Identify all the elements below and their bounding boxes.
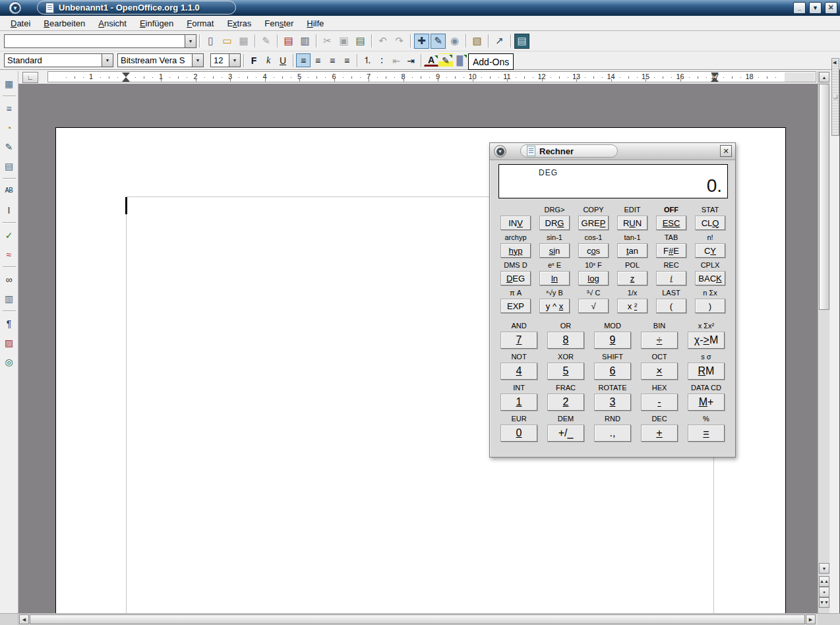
align-center-button[interactable]: ≡: [311, 53, 325, 67]
draw-functions-icon[interactable]: ✎: [1, 139, 16, 154]
calculator-titlebar[interactable]: ▼ Rechner ✕: [490, 143, 735, 160]
add-ons-icon[interactable]: ▤: [514, 34, 529, 49]
cut-icon[interactable]: ✂: [320, 34, 335, 49]
print-icon[interactable]: ▥: [297, 34, 313, 49]
calc-key-m[interactable]: χ->M: [688, 332, 725, 349]
calc-key-z[interactable]: z: [617, 271, 647, 285]
paragraph-background-button[interactable]: ▉: [453, 53, 467, 67]
calc-key-f-e[interactable]: F#E: [656, 243, 686, 258]
align-justified-button[interactable]: ≡: [340, 53, 354, 67]
calc-key-sin[interactable]: sin: [539, 243, 570, 258]
menu-ansicht[interactable]: Ansicht: [92, 17, 133, 30]
maximize-button[interactable]: ▼: [809, 2, 822, 14]
edit-file-icon[interactable]: ✎: [258, 34, 274, 49]
calc-key-rm[interactable]: RM: [688, 363, 725, 380]
calc-key-key[interactable]: +/_: [547, 425, 584, 442]
open-icon[interactable]: ▭: [220, 34, 235, 49]
scroll-up-icon[interactable]: ▲: [819, 72, 829, 82]
calc-key-7[interactable]: 7: [500, 332, 537, 349]
new-document-icon[interactable]: ▯: [203, 34, 218, 49]
calc-key-i[interactable]: i: [656, 271, 686, 285]
scroll-down-icon[interactable]: ▼: [819, 563, 829, 574]
form-functions-icon[interactable]: ▤: [1, 158, 16, 173]
gallery-icon[interactable]: ▧: [469, 34, 485, 49]
font-size-combo[interactable]: 12 ▼: [210, 53, 241, 67]
align-left-button[interactable]: ≡: [296, 53, 311, 67]
direct-cursor-icon[interactable]: I: [1, 202, 16, 218]
calc-key-inv[interactable]: INV: [500, 216, 531, 230]
scroll-right-icon[interactable]: ▶: [806, 614, 816, 624]
navigator-icon[interactable]: ✚: [414, 34, 429, 49]
calc-key-exp[interactable]: EXP: [500, 299, 531, 313]
combo-dropdown-icon[interactable]: ▼: [229, 54, 240, 67]
vertical-scrollbar[interactable]: ▲ ▼ ▲▲ ● ▼▼: [818, 71, 829, 613]
calc-key-key[interactable]: √: [578, 299, 609, 313]
calc-key-m[interactable]: M+: [688, 394, 725, 411]
paste-icon[interactable]: ▤: [353, 34, 368, 49]
combo-dropdown-icon[interactable]: ▼: [102, 54, 113, 67]
dialog-close-button[interactable]: ✕: [720, 145, 732, 157]
save-icon[interactable]: ▦: [236, 34, 251, 49]
calc-key-log[interactable]: log: [578, 271, 609, 285]
menu-extras[interactable]: Extras: [220, 17, 258, 30]
calc-key-key[interactable]: -: [641, 394, 678, 411]
menu-hilfe[interactable]: Hilfe: [300, 17, 330, 30]
underline-button[interactable]: U: [276, 53, 290, 67]
scroll-left-icon[interactable]: ◀: [19, 614, 29, 624]
horizontal-scroll-thumb[interactable]: [30, 614, 805, 624]
menu-bearbeiten[interactable]: Bearbeiten: [37, 17, 92, 30]
decrease-indent-button[interactable]: ⇤: [389, 53, 404, 67]
nonprinting-characters-icon[interactable]: ¶: [1, 316, 16, 331]
collapse-left-icon[interactable]: ◀: [833, 60, 836, 65]
grip-knob[interactable]: [833, 94, 838, 100]
insert-table-icon[interactable]: ▦: [1, 76, 16, 91]
hyperlink-icon[interactable]: ◉: [447, 34, 462, 49]
menu-datei[interactable]: Datei: [4, 17, 37, 30]
navigation-button[interactable]: ●: [819, 587, 829, 597]
document-close-icon[interactable]: ✕: [825, 2, 836, 13]
tab-type-selector[interactable]: ∟: [22, 72, 38, 83]
calc-key-9[interactable]: 9: [594, 332, 631, 349]
calc-key-clq[interactable]: CLQ: [695, 216, 725, 230]
data-sources-icon[interactable]: ▥: [1, 291, 16, 306]
find-replace-icon[interactable]: ∞: [1, 272, 16, 287]
menu-fenster[interactable]: Fenster: [258, 17, 300, 30]
copy-icon[interactable]: ▣: [336, 34, 351, 49]
export-pdf-icon[interactable]: ▤: [281, 34, 296, 49]
calc-key-hyp[interactable]: hyp: [500, 243, 531, 258]
numbered-list-button[interactable]: ⒈: [360, 53, 375, 67]
calc-key-key[interactable]: +: [641, 425, 678, 442]
autospellcheck-icon[interactable]: ≈: [1, 247, 16, 262]
calc-key-ln[interactable]: ln: [539, 271, 570, 285]
calc-key-key[interactable]: (: [656, 299, 686, 313]
calc-key-run[interactable]: RUN: [617, 216, 647, 230]
calc-key-0[interactable]: 0: [500, 425, 537, 442]
calc-key-tan[interactable]: tan: [617, 243, 647, 258]
calc-key-drg[interactable]: DRG: [539, 216, 570, 230]
calc-key-cos[interactable]: cos: [578, 243, 609, 258]
font-color-button[interactable]: A: [424, 54, 438, 67]
redo-icon[interactable]: ↷: [392, 34, 407, 49]
combo-dropdown-icon[interactable]: ▼: [185, 35, 196, 47]
calc-key-key[interactable]: ): [695, 299, 725, 313]
align-right-button[interactable]: ≡: [325, 53, 340, 67]
italic-button[interactable]: k: [261, 53, 276, 67]
calc-key-8[interactable]: 8: [547, 332, 584, 349]
calc-key-4[interactable]: 4: [500, 363, 537, 380]
calc-key-key[interactable]: =: [688, 425, 725, 442]
url-combo[interactable]: ▼: [4, 34, 196, 48]
calc-key-back[interactable]: BACK: [695, 271, 725, 285]
menu-einf-gen[interactable]: Einfügen: [133, 17, 180, 30]
calc-key-cy[interactable]: CY: [695, 243, 725, 258]
bold-button[interactable]: F: [247, 53, 261, 67]
autotext-icon[interactable]: ᴬᴮ: [1, 183, 16, 198]
calc-key-5[interactable]: 5: [547, 363, 584, 380]
menu-format[interactable]: Format: [180, 17, 220, 30]
bullet-list-button[interactable]: ∶: [375, 53, 389, 67]
calc-key-y-x[interactable]: y ^ x: [539, 299, 570, 313]
calc-key-2[interactable]: 2: [547, 394, 584, 411]
calc-key-x[interactable]: x ²: [617, 299, 647, 313]
online-layout-icon[interactable]: ◎: [1, 354, 16, 369]
horizontal-scrollbar[interactable]: ◀ ▶: [0, 613, 840, 625]
vertical-scroll-thumb[interactable]: [819, 84, 829, 310]
